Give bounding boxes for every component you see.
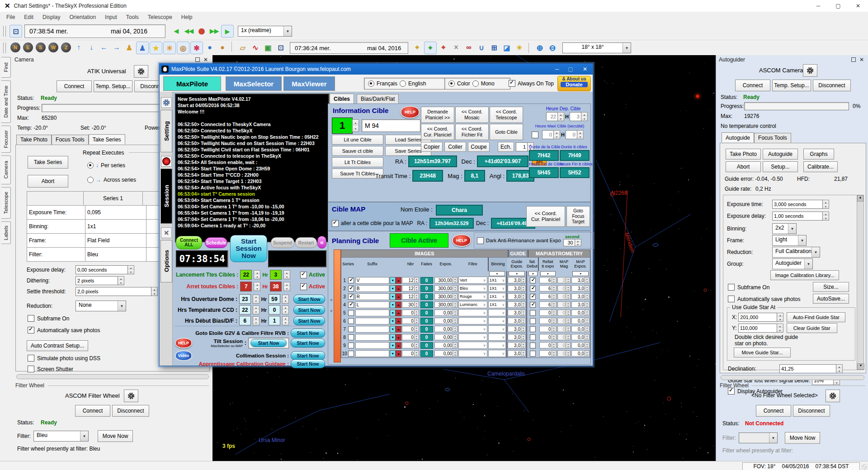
hrs-min-1[interactable]: 0 — [269, 305, 280, 315]
rewind-button[interactable]: ◀◀ — [183, 25, 195, 37]
ag-subframe-checkbox[interactable] — [728, 284, 735, 291]
priority-down-icon[interactable]: ▼ — [390, 326, 396, 333]
priority-down-icon[interactable]: ▼ — [390, 293, 396, 300]
sauve-ct-cible-button[interactable]: Sauve ct cible — [332, 146, 383, 156]
binning-select[interactable]: ∨ — [488, 342, 506, 349]
chart-clock-button[interactable]: ⊡ — [9, 25, 22, 38]
stop-button[interactable]: ⬤ — [196, 25, 208, 37]
row-enabled-checkbox[interactable] — [348, 351, 354, 357]
guide-expos-spinner[interactable]: 3,0▲▼ — [508, 293, 526, 300]
series-row-value[interactable]: 1x1 — [85, 220, 146, 234]
priority-up-icon[interactable]: ▲ — [396, 301, 401, 308]
nbr-spinner[interactable]: 30▲▼ — [402, 301, 419, 308]
fait-debut-checkbox[interactable] — [530, 302, 536, 308]
restart-button[interactable]: Restart — [295, 237, 317, 248]
copier-button[interactable]: Copier — [421, 142, 443, 152]
map-expos-spinner[interactable]: 3,0▲▼ — [571, 293, 590, 300]
telescope-disconnect-button[interactable]: × — [450, 42, 462, 53]
ag-size-button[interactable]: Size... — [813, 282, 849, 292]
rfilter-connect-button[interactable]: Connect — [756, 405, 791, 417]
guide-expos-spinner[interactable]: 3,0▲▼ — [508, 310, 526, 316]
hrs-hour-0[interactable]: 23 — [239, 294, 251, 304]
dock-tab-camera[interactable]: Camera — [1, 155, 11, 184]
help-icon[interactable]: HELP — [175, 338, 192, 348]
ecliptic-sphere-button[interactable]: ● — [217, 42, 228, 53]
telescope-green-button[interactable]: ⌖ — [424, 42, 437, 54]
guide-expos-spinner[interactable]: 3,0▲▼ — [508, 277, 526, 283]
status-graph-button[interactable]: ∿ — [250, 42, 261, 53]
binning-select[interactable]: ∨ — [488, 325, 506, 333]
binning-select[interactable]: ∨ — [488, 334, 506, 341]
image-calibration-library-button[interactable]: Image Calibration Library... — [770, 270, 839, 280]
pan-up-button[interactable]: ↑ — [73, 42, 85, 53]
filter-wheel-settings-button[interactable] — [124, 390, 138, 402]
menu-orientation[interactable]: Orientation — [65, 12, 100, 22]
series-row-value[interactable]: 0,095 — [85, 206, 146, 220]
tab-maxselector[interactable]: MaxSelector — [226, 76, 282, 91]
across-series-radio[interactable] — [87, 177, 94, 183]
sched-min-spinner-0[interactable]: ▲▼ — [283, 270, 290, 279]
expos-spinner[interactable]: 300,00▲▼ — [434, 285, 458, 291]
binning-select[interactable]: 1X1∨ — [488, 293, 506, 300]
heure-dep-m[interactable]: 3▲▼ — [570, 112, 588, 121]
priority-down-icon[interactable]: ▼ — [390, 350, 396, 357]
hrs-start-now-button-0[interactable]: Start Now — [293, 295, 325, 304]
session-record-icon[interactable] — [161, 156, 172, 167]
settle-threshold-field[interactable]: 2,0 pixels▲▼ — [75, 287, 158, 296]
binning-select[interactable]: ∨ — [488, 309, 506, 316]
planning-help-button[interactable]: HELP — [452, 234, 471, 247]
dark-anti-remanance-checkbox[interactable] — [477, 237, 484, 244]
guide-expos-spinner[interactable]: 3,0▲▼ — [508, 301, 526, 308]
close-panel-icon[interactable]: ✕ — [859, 56, 864, 63]
cible-target-field[interactable]: M 94 — [362, 119, 420, 132]
screen-shutter-checkbox[interactable] — [28, 366, 34, 372]
chart-time-button[interactable]: ⊡ — [275, 42, 287, 53]
map-expos-spinner[interactable]: 3,0▲▼ — [571, 277, 590, 283]
nbr-spinner[interactable]: 0▲▼ — [402, 318, 419, 324]
refait-spinner[interactable]: 6▲▼ — [539, 285, 557, 291]
schedule-button[interactable]: Schedule — [205, 237, 227, 248]
priority-down-icon[interactable]: ▼ — [390, 285, 396, 292]
take-series-button[interactable]: Take Series — [28, 156, 68, 169]
vertical-scrollbar[interactable]: ▲ ▼ — [857, 195, 863, 370]
ag-calibrate-button[interactable]: Calibrate... — [803, 161, 838, 172]
refait-spinner[interactable]: 6▲▼ — [539, 301, 557, 308]
sched-hour-1[interactable]: 7 — [240, 282, 252, 291]
tilt-start-now-button[interactable]: Start Now — [250, 339, 287, 347]
tab-options[interactable]: Options — [160, 240, 172, 282]
guide-expos-spinner[interactable]: 3,0▲▼ — [508, 318, 526, 324]
filtre-select[interactable]: Vert∨ — [458, 277, 487, 284]
filtre-select[interactable]: Rouge∨ — [458, 293, 487, 300]
zoom-out-button[interactable]: ⊖ — [547, 42, 558, 54]
hrs-min-spinner-2[interactable]: ▲▼ — [282, 316, 289, 325]
coord-button-5[interactable]: Goto Cible — [490, 124, 523, 140]
suffix-field[interactable]: B — [355, 285, 389, 292]
image-landscape-button[interactable]: ◪ — [501, 42, 513, 53]
autoguider-disconnect-button[interactable]: Disconnect — [813, 80, 851, 91]
priority-up-icon[interactable]: ▲ — [396, 350, 401, 357]
fait-debut-checkbox[interactable] — [530, 310, 536, 316]
suspend-button[interactable]: Suspend — [271, 237, 294, 248]
menu-input[interactable]: Input — [100, 12, 122, 22]
galaxy-button[interactable]: ◎ — [177, 42, 189, 54]
filter-select[interactable]: Bleu▼ — [33, 431, 89, 442]
fait-debut-checkbox[interactable] — [530, 294, 536, 300]
action-start-now-button-2[interactable]: Start Now — [291, 351, 325, 360]
close-panel-icon[interactable]: ✕ — [203, 56, 208, 63]
scroll-up-arrow[interactable]: ▲ — [857, 195, 863, 202]
suffix-field[interactable]: R — [355, 293, 389, 300]
sched-min-0[interactable]: 3 — [270, 270, 282, 280]
refait-spinner[interactable]: 0▲▼ — [539, 310, 557, 316]
lang-francais-radio[interactable] — [368, 80, 374, 87]
collapse-button[interactable]: « — [317, 236, 326, 249]
map-expos-spinner[interactable]: 3,0▲▼ — [571, 301, 590, 308]
expos-spinner[interactable]: 0,00▲▼ — [434, 350, 458, 357]
copy-down-button-col11[interactable]: ▼ — [540, 271, 556, 276]
nbr-spinner[interactable]: 0▲▼ — [402, 350, 419, 357]
photos-button[interactable]: ⊞ — [488, 42, 500, 53]
camera-connect-button[interactable]: Connect — [57, 80, 92, 92]
start-session-now-button[interactable]: Start Session Now — [230, 235, 267, 262]
hrs-hour-2[interactable]: 6 — [239, 316, 251, 325]
autoguider-tab-focus-tools[interactable]: Focus Tools — [754, 133, 791, 143]
nbr-spinner[interactable]: 12▲▼ — [402, 285, 419, 291]
